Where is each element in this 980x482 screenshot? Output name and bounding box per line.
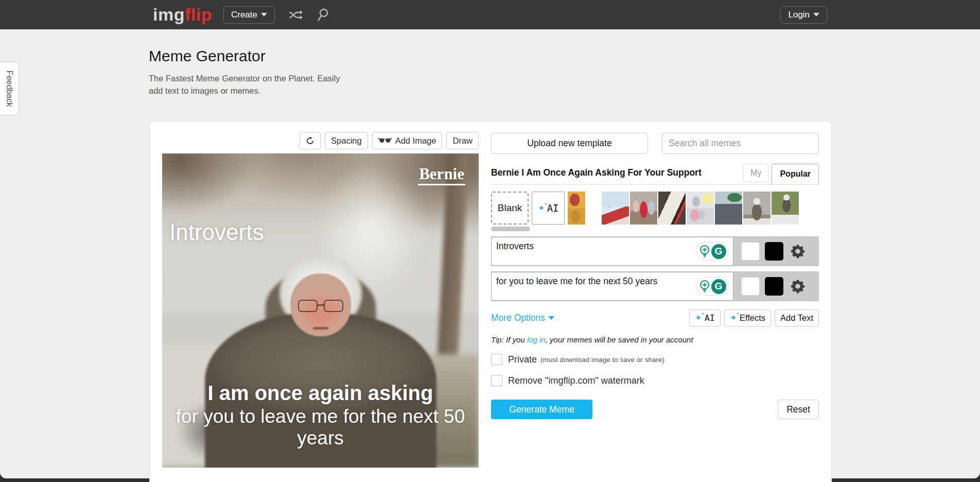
effects-button[interactable]: ✦ Effects [724,309,771,326]
add-text-button-label: Add Text [780,313,813,323]
text-box-row-1: for you to leave me for the next 50 year… [491,271,819,301]
more-options-link[interactable]: More Options [491,313,554,323]
template-thumb[interactable] [630,192,657,225]
thumb-gap [585,192,601,225]
chevron-down-icon [813,13,819,16]
meme-preview-canvas[interactable]: Introverts Bernie I am once again asking… [162,153,479,468]
remove-watermark-row[interactable]: Remove "imgflip.com" watermark [491,375,819,386]
page-title: Meme Generator [149,47,266,65]
ai-text-button-label: AI [705,313,715,323]
sparkle-icon: ✦ [537,204,545,213]
navbar-inner: imgflip Create Login [153,0,827,29]
text-settings-gear-icon[interactable] [790,244,806,259]
private-note: (must download image to save or share) [540,356,664,364]
template-thumb[interactable] [715,192,742,225]
page-subtitle-line2: add text to images or memes. [149,84,340,97]
top-row: Upload new template [491,133,819,154]
options-row: More Options ✦ AI ✦ Effects Add Text [491,309,819,326]
sparkle-icon: ✦ [730,314,737,322]
text-color-swatch-white[interactable] [741,277,760,296]
imgflip-logo[interactable]: imgflip [153,5,212,25]
remove-watermark-label: Remove "imgflip.com" watermark [508,375,644,386]
add-image-button[interactable]: Add Image [372,132,443,149]
page-subtitle: The Fastest Meme Generator on the Planet… [149,72,340,97]
template-thumb[interactable] [772,192,799,225]
spacing-button[interactable]: Spacing [325,132,368,149]
page-subtitle-line1: The Fastest Meme Generator on the Planet… [149,72,340,84]
upload-template-button[interactable]: Upload new template [491,133,648,154]
add-text-button[interactable]: Add Text [775,309,819,326]
outline-color-swatch-black[interactable] [765,242,783,261]
tab-popular[interactable]: Popular [772,164,819,184]
blank-template-button[interactable]: Blank [491,192,529,225]
effects-button-label: Effects [740,313,765,323]
controls-column: Upload new template Bernie I Am Once Aga… [491,133,819,419]
template-thumb[interactable] [568,192,585,225]
template-thumbnails-row: Blank ✦ AI [491,192,819,225]
login-button[interactable]: Login [780,6,827,24]
bernie-mouth [313,327,328,330]
lightbulb-icon [699,245,710,258]
lightbulb-icon [699,280,710,293]
template-thumb[interactable] [602,192,629,225]
meme-bottom-text[interactable]: I am once again asking for you to leave … [162,382,479,449]
chevron-down-icon [261,13,267,16]
generator-card: Spacing Add Image Draw [149,121,832,482]
generate-meme-button[interactable]: Generate Meme [491,400,592,419]
meme-top-text[interactable]: Introverts [169,219,264,245]
reset-button[interactable]: Reset [778,400,819,419]
outline-color-swatch-black[interactable] [765,277,783,296]
rotate-icon [306,136,314,145]
draw-button-label: Draw [452,136,472,146]
draw-button[interactable]: Draw [446,132,479,149]
meme-bottom-line-bold: I am once again asking [162,382,479,405]
private-label: Private [508,354,537,365]
text-color-swatch-white[interactable] [741,242,760,261]
template-title: Bernie I Am Once Again Asking For Your S… [491,167,743,184]
template-thumb[interactable] [687,192,714,225]
chevron-down-icon [548,316,554,320]
glasses-lens [324,300,343,312]
create-button-label: Create [231,10,257,20]
sparkle-icon: ✦ [695,314,702,322]
search-icon[interactable] [317,8,329,22]
private-option-row[interactable]: Private (must download image to save or … [491,354,819,365]
text-settings-gear-icon[interactable] [790,279,806,294]
ai-template-button-label: AI [547,202,559,214]
grammarly-g-icon: G [711,279,726,294]
search-memes-input[interactable] [662,133,819,154]
ai-text-button[interactable]: ✦ AI [689,309,721,326]
tip-prefix: Tip: If you [491,335,527,344]
shuffle-icon[interactable] [288,9,304,21]
tab-my[interactable]: My [743,164,768,182]
remove-watermark-checkbox[interactable] [491,375,502,386]
rotate-button[interactable] [300,132,321,149]
ai-template-button[interactable]: ✦ AI [532,192,565,225]
template-thumb[interactable] [658,192,686,225]
glasses-lens [298,300,318,312]
bernie-glasses [296,300,345,313]
create-button[interactable]: Create [223,6,275,24]
glasses-bridge [318,304,324,306]
actions-row: Generate Meme Reset [491,400,819,419]
template-title-row: Bernie I Am Once Again Asking For Your S… [491,161,819,185]
logo-flip-part: flip [185,5,212,24]
feedback-tab-label: Feedback [5,71,14,107]
private-checkbox[interactable] [491,354,502,365]
more-options-label: More Options [491,313,545,323]
feedback-tab[interactable]: Feedback [0,62,19,115]
grammarly-widget[interactable]: G [696,242,729,261]
login-tip: Tip: If you log in, your memes will be s… [491,335,819,344]
login-button-label: Login [788,10,810,20]
bernie-campaign-logo: Bernie [418,165,465,185]
grammarly-g-icon: G [711,244,726,259]
sunglasses-icon [378,137,392,144]
text-box-row-0: Introverts G [491,236,819,266]
thumbnails-scrollbar[interactable] [491,227,530,231]
spacing-button-label: Spacing [331,136,362,146]
meme-bottom-line-regular: for you to leave me for the next 50 year… [162,406,479,449]
template-thumb[interactable] [743,192,771,225]
log-in-link[interactable]: log in [527,335,546,344]
grammarly-widget[interactable]: G [696,277,729,296]
tip-suffix: , your memes will be saved in your accou… [546,335,693,344]
